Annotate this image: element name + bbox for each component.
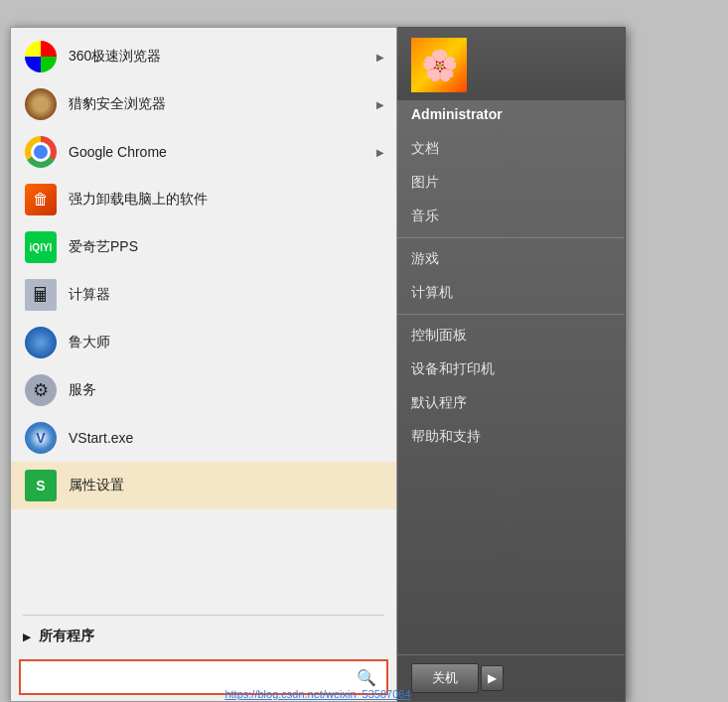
right-item-help[interactable]: 帮助和支持 bbox=[397, 420, 625, 454]
right-item-music[interactable]: 音乐 bbox=[397, 200, 625, 233]
user-name: Administrator bbox=[397, 100, 625, 128]
icon-chrome bbox=[23, 134, 59, 170]
app-label-calculator: 计算器 bbox=[69, 286, 110, 304]
shutdown-arrow-icon: ▶ bbox=[488, 671, 497, 685]
help-label: 帮助和支持 bbox=[411, 428, 481, 446]
right-item-devices[interactable]: 设备和打印机 bbox=[397, 352, 625, 386]
app-label-vstart: VStart.exe bbox=[69, 430, 133, 446]
search-button[interactable]: 🔍 bbox=[353, 668, 380, 687]
search-input[interactable] bbox=[27, 669, 353, 685]
documents-label: 文档 bbox=[411, 140, 439, 158]
app-item-ludashi[interactable]: 鲁大师 bbox=[11, 319, 396, 366]
divider-programs bbox=[23, 615, 384, 616]
shutdown-arrow-button[interactable]: ▶ bbox=[481, 665, 504, 691]
icon-service: ⚙ bbox=[23, 372, 59, 408]
app-label-leopard: 猎豹安全浏览器 bbox=[69, 95, 166, 113]
all-programs-row[interactable]: ▶ 所有程序 bbox=[11, 620, 396, 653]
right-items: 文档 图片 音乐 游戏 计算机 控制面板 设备和打印机 bbox=[397, 128, 625, 654]
url-text: https://blog.csdn.net/weixin_53587064 bbox=[224, 688, 410, 700]
app-label-360: 360极速浏览器 bbox=[69, 48, 161, 66]
app-label-service: 服务 bbox=[69, 381, 96, 399]
default-programs-label: 默认程序 bbox=[411, 394, 467, 412]
apps-list: 360极速浏览器 ▶ 猎豹安全浏览器 ▶ Google Chrome ▶ � bbox=[11, 28, 396, 611]
app-item-leopard[interactable]: 猎豹安全浏览器 ▶ bbox=[11, 80, 396, 128]
user-avatar bbox=[411, 38, 467, 92]
icon-leopard bbox=[23, 86, 59, 122]
right-item-documents[interactable]: 文档 bbox=[397, 132, 625, 166]
shutdown-button[interactable]: 关机 bbox=[411, 663, 479, 693]
app-label-iqiyi: 爱奇艺PPS bbox=[69, 238, 138, 256]
icon-iqiyi: iQIYI bbox=[23, 229, 59, 265]
arrow-leopard: ▶ bbox=[376, 99, 384, 110]
music-label: 音乐 bbox=[411, 208, 439, 225]
search-icon: 🔍 bbox=[357, 669, 376, 686]
user-section bbox=[397, 28, 625, 100]
icon-uninstall: 🗑 bbox=[23, 182, 59, 217]
icon-vstart: V bbox=[23, 420, 59, 456]
arrow-360: ▶ bbox=[376, 52, 384, 63]
icon-calculator: 🖩 bbox=[23, 277, 59, 313]
icon-ludashi bbox=[23, 325, 59, 360]
right-divider-2 bbox=[397, 314, 625, 315]
app-label-attr: 属性设置 bbox=[69, 477, 124, 494]
pictures-label: 图片 bbox=[411, 174, 439, 192]
start-menu: 360极速浏览器 ▶ 猎豹安全浏览器 ▶ Google Chrome ▶ � bbox=[10, 27, 626, 702]
app-item-uninstall[interactable]: 🗑 强力卸载电脑上的软件 bbox=[11, 176, 396, 223]
left-panel: 360极速浏览器 ▶ 猎豹安全浏览器 ▶ Google Chrome ▶ � bbox=[10, 27, 397, 702]
shutdown-row: 关机 ▶ bbox=[397, 654, 625, 701]
computer-label: 计算机 bbox=[411, 284, 453, 302]
icon-360 bbox=[23, 39, 59, 74]
app-item-chrome[interactable]: Google Chrome ▶ bbox=[11, 128, 396, 176]
shutdown-label: 关机 bbox=[432, 670, 458, 685]
app-item-vstart[interactable]: V VStart.exe bbox=[11, 414, 396, 462]
app-label-chrome: Google Chrome bbox=[69, 144, 167, 160]
right-item-games[interactable]: 游戏 bbox=[397, 242, 625, 276]
right-divider-1 bbox=[397, 237, 625, 238]
app-item-iqiyi[interactable]: iQIYI 爱奇艺PPS bbox=[11, 223, 396, 271]
app-item-calculator[interactable]: 🖩 计算器 bbox=[11, 271, 396, 319]
app-item-360[interactable]: 360极速浏览器 ▶ bbox=[11, 33, 396, 80]
app-label-uninstall: 强力卸载电脑上的软件 bbox=[69, 191, 208, 209]
all-programs-label: 所有程序 bbox=[39, 628, 94, 645]
right-item-control-panel[interactable]: 控制面板 bbox=[397, 319, 625, 352]
arrow-chrome: ▶ bbox=[376, 147, 384, 158]
right-panel: Administrator 文档 图片 音乐 游戏 计算机 控制面板 bbox=[397, 27, 626, 702]
all-programs-arrow-icon: ▶ bbox=[23, 632, 31, 642]
app-item-service[interactable]: ⚙ 服务 bbox=[11, 366, 396, 414]
url-bar: https://blog.csdn.net/weixin_53587064 bbox=[224, 688, 410, 700]
app-item-attr[interactable]: S 属性设置 bbox=[11, 462, 396, 509]
control-panel-label: 控制面板 bbox=[411, 327, 467, 345]
devices-label: 设备和打印机 bbox=[411, 360, 495, 378]
right-item-default-programs[interactable]: 默认程序 bbox=[397, 386, 625, 420]
icon-attr: S bbox=[23, 468, 59, 503]
right-item-computer[interactable]: 计算机 bbox=[397, 276, 625, 310]
app-label-ludashi: 鲁大师 bbox=[69, 334, 110, 351]
games-label: 游戏 bbox=[411, 250, 439, 268]
right-item-pictures[interactable]: 图片 bbox=[397, 166, 625, 200]
